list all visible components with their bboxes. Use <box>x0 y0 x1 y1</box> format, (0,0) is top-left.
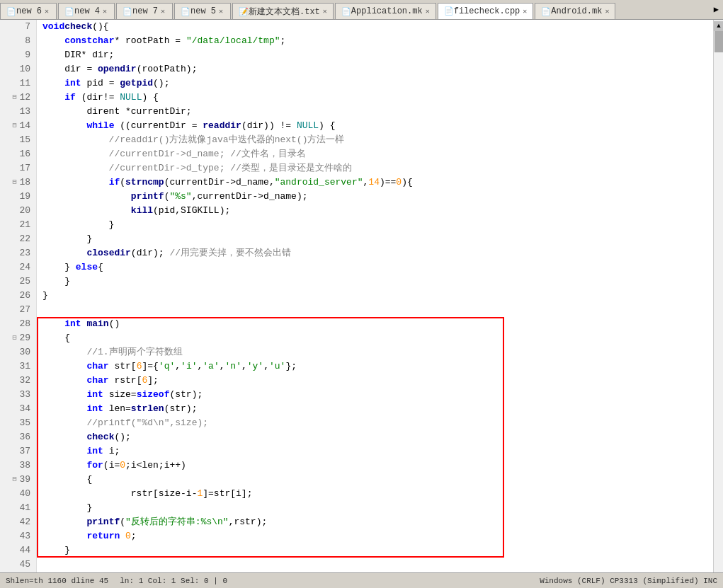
tab-icon: 📄 <box>341 7 351 16</box>
tab-new5[interactable]: 📄 new 5 ✕ <box>174 3 231 20</box>
ln-28: 28 <box>0 317 36 331</box>
code-line-19[interactable]: printf("%s",currentDir->d_name); <box>37 190 723 204</box>
tab-label: new 5 <box>190 6 216 16</box>
tab-close[interactable]: ✕ <box>605 7 609 16</box>
code-line-11[interactable]: int pid = getpid(); <box>37 76 723 91</box>
tab-icon: 📝 <box>239 7 249 16</box>
ln-20: 20 <box>0 204 36 218</box>
ln-25: 25 <box>0 275 36 289</box>
status-bar: Shlen=th 1160 dline 45 ln: 1 Col: 1 Sel:… <box>0 572 723 588</box>
code-line-35[interactable]: //printf("%d\n",size); <box>37 416 723 430</box>
tab-icon: 📄 <box>6 7 16 16</box>
status-position: ln: 1 Col: 1 Sel: 0 | 0 <box>120 577 227 585</box>
ln-7: 7 <box>0 20 36 34</box>
ln-42: 42 <box>0 515 36 529</box>
ln-18: ⊟18 <box>0 175 36 190</box>
ln-14: ⊟14 <box>0 119 36 133</box>
tab-label: new 7 <box>132 6 158 16</box>
tab-label: filecheck.cpp <box>454 6 520 16</box>
ln-27: 27 <box>0 303 36 317</box>
tab-more-button[interactable]: ▶ <box>710 4 723 15</box>
ln-19: 19 <box>0 190 36 204</box>
ln-37: 37 <box>0 444 36 459</box>
tab-close[interactable]: ✕ <box>523 7 527 16</box>
editor-container: 7 8 9 10 11 ⊟12 13 ⊟14 15 16 17 ⊟18 19 2… <box>0 20 723 588</box>
ln-34: 34 <box>0 402 36 416</box>
code-line-14[interactable]: while ((currentDir = readdir(dir)) != NU… <box>37 119 723 133</box>
ln-35: 35 <box>0 416 36 430</box>
code-content[interactable]: void check(){ const char* rootPath = "/d… <box>37 20 723 588</box>
ln-33: 33 <box>0 388 36 402</box>
code-line-15[interactable]: //readdir()方法就像java中迭代器的next()方法一样 <box>37 133 723 147</box>
ln-36: 36 <box>0 430 36 444</box>
code-line-18[interactable]: if(strncmp(currentDir->d_name,"android_s… <box>37 175 723 190</box>
vertical-scrollbar[interactable]: ▲ ▼ <box>713 20 723 588</box>
tab-new6[interactable]: 📄 new 6 ✕ <box>0 3 57 20</box>
tab-androidmk[interactable]: 📄 Android.mk ✕ <box>535 3 615 20</box>
code-line-31[interactable]: char str[6]={'q','i','a','n','y','u'}; <box>37 359 723 374</box>
code-line-25[interactable]: } <box>37 275 723 289</box>
tab-close[interactable]: ✕ <box>161 7 165 16</box>
tab-close[interactable]: ✕ <box>45 7 49 16</box>
tab-close[interactable]: ✕ <box>103 7 107 16</box>
tab-filecheck[interactable]: 📄 filecheck.cpp ✕ <box>438 3 534 20</box>
code-line-36[interactable]: check(); <box>37 430 723 444</box>
code-line-21[interactable]: } <box>37 218 723 232</box>
ln-8: 8 <box>0 34 36 48</box>
tab-bar: 📄 new 6 ✕ 📄 new 4 ✕ 📄 new 7 ✕ 📄 new 5 ✕ … <box>0 0 723 20</box>
code-line-13[interactable]: dirent *currentDir; <box>37 105 723 119</box>
tab-close[interactable]: ✕ <box>323 7 327 16</box>
code-line-23[interactable]: closedir(dir); //用完要关掉，要不然会出错 <box>37 246 723 260</box>
code-line-40[interactable]: rstr[size-i-1]=str[i]; <box>37 487 723 501</box>
ln-23: 23 <box>0 246 36 260</box>
code-line-37[interactable]: int i; <box>37 444 723 459</box>
code-line-42[interactable]: printf("反转后的字符串:%s\n",rstr); <box>37 515 723 529</box>
tab-new4[interactable]: 📄 new 4 ✕ <box>58 3 115 20</box>
tab-new7[interactable]: 📄 new 7 ✕ <box>116 3 173 20</box>
code-line-17[interactable]: //currentDir->d_type; //类型，是目录还是文件啥的 <box>37 161 723 175</box>
code-line-24[interactable]: } else{ <box>37 260 723 275</box>
code-line-8[interactable]: const char* rootPath = "/data/local/tmp"… <box>37 34 723 48</box>
code-line-30[interactable]: //1.声明两个字符数组 <box>37 345 723 359</box>
code-line-38[interactable]: for(i=0;i<len;i++) <box>37 459 723 473</box>
code-line-39[interactable]: { <box>37 473 723 487</box>
tab-label: Android.mk <box>551 6 602 16</box>
code-line-9[interactable]: DIR* dir; <box>37 48 723 62</box>
code-line-7[interactable]: void check(){ <box>37 20 723 34</box>
code-line-20[interactable]: kill(pid,SIGKILL); <box>37 204 723 218</box>
tab-appmk[interactable]: 📄 Application.mk ✕ <box>335 3 436 20</box>
ln-21: 21 <box>0 218 36 232</box>
tab-txt[interactable]: 📝 新建文本文档.txt ✕ <box>232 3 334 20</box>
tab-icon: 📄 <box>181 7 190 16</box>
code-line-22[interactable]: } <box>37 232 723 246</box>
code-line-12[interactable]: if (dir!= NULL) { <box>37 91 723 105</box>
ln-11: 11 <box>0 76 36 91</box>
ln-16: 16 <box>0 147 36 161</box>
tab-icon: 📄 <box>541 7 551 16</box>
tab-label: 新建文本文档.txt <box>249 6 320 18</box>
tab-close[interactable]: ✕ <box>426 7 430 16</box>
code-line-26[interactable]: } <box>37 289 723 303</box>
code-line-10[interactable]: dir = opendir(rootPath); <box>37 62 723 76</box>
ln-40: 40 <box>0 487 36 501</box>
ln-43: 43 <box>0 529 36 543</box>
tab-label: Application.mk <box>351 6 423 16</box>
ln-45: 45 <box>0 558 36 572</box>
code-line-27[interactable] <box>37 303 723 317</box>
scroll-thumb[interactable] <box>715 31 723 52</box>
code-line-29[interactable]: { <box>37 331 723 345</box>
scroll-up-button[interactable]: ▲ <box>714 21 723 31</box>
code-line-44[interactable]: } <box>37 543 723 558</box>
code-line-16[interactable]: //currentDir->d_name; //文件名，目录名 <box>37 147 723 161</box>
code-line-34[interactable]: int len=strlen(str); <box>37 402 723 416</box>
code-line-28[interactable]: int main() <box>37 317 723 331</box>
tab-label: new 6 <box>16 6 42 16</box>
code-line-43[interactable]: return 0; <box>37 529 723 543</box>
code-line-45[interactable] <box>37 558 723 572</box>
code-line-41[interactable]: } <box>37 501 723 515</box>
tab-close[interactable]: ✕ <box>219 7 223 16</box>
code-line-33[interactable]: int size=sizeof(str); <box>37 388 723 402</box>
tab-icon: 📄 <box>64 7 74 16</box>
code-line-32[interactable]: char rstr[6]; <box>37 374 723 388</box>
ln-15: 15 <box>0 133 36 147</box>
